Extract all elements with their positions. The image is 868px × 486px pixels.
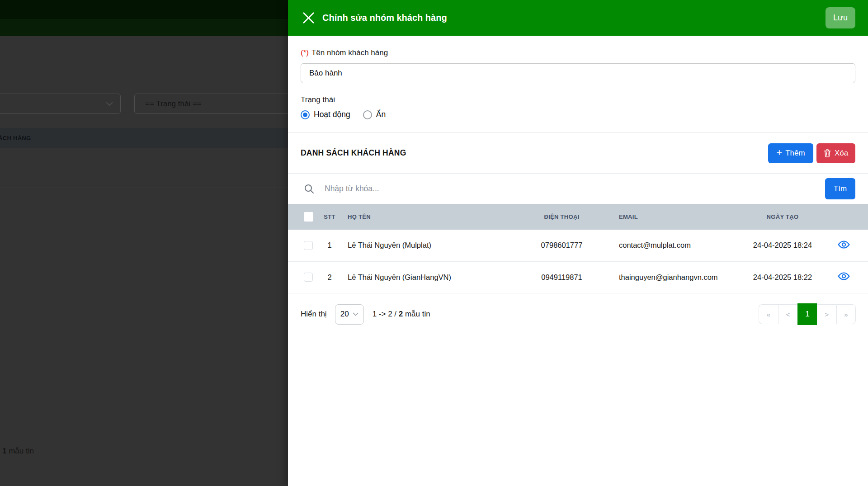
delete-customer-label: Xóa xyxy=(835,149,848,158)
close-button[interactable] xyxy=(301,10,316,26)
last-page-button[interactable]: » xyxy=(836,304,856,324)
column-email: EMAIL xyxy=(608,204,746,230)
cell-email: thainguyen@gianhangvn.com xyxy=(608,261,746,293)
cell-name: Lê Thái Nguyên (GianHangVN) xyxy=(340,261,515,293)
add-customer-button[interactable]: + Thêm xyxy=(768,143,813,163)
record-summary: 1 -> 2 / 2 mẫu tin xyxy=(373,310,430,319)
column-phone: ĐIỆN THOẠI xyxy=(515,204,608,230)
group-name-input[interactable] xyxy=(301,63,855,83)
eye-icon xyxy=(838,271,850,281)
search-button[interactable]: Tìm xyxy=(825,178,855,199)
customer-list-title: DANH SÁCH KHÁCH HÀNG xyxy=(301,148,768,158)
column-stt: STT xyxy=(319,204,340,230)
cell-created: 24-04-2025 18:22 xyxy=(746,261,819,293)
required-mark: (*) xyxy=(301,48,309,57)
customer-table: STT HỌ TÊN ĐIỆN THOẠI EMAIL NGÀY TẠO 1 L… xyxy=(288,204,868,293)
radio-unchecked-icon[interactable] xyxy=(363,110,372,119)
radio-option-active-label: Hoạt động xyxy=(314,110,350,119)
close-icon xyxy=(302,12,315,24)
drawer-title: Chỉnh sửa nhóm khách hàng xyxy=(322,13,826,23)
edit-customer-group-drawer: Chỉnh sửa nhóm khách hàng Lưu (*)Tên nhó… xyxy=(288,0,868,486)
background-table-header-label: ÁCH HÀNG xyxy=(0,135,31,142)
next-page-button[interactable]: > xyxy=(817,304,836,324)
background-status-filter-label: == Trạng thái == xyxy=(145,99,202,109)
page-size-select[interactable]: 20 xyxy=(335,304,364,325)
cell-phone: 0798601777 xyxy=(515,230,608,261)
group-name-label-text: Tên nhóm khách hàng xyxy=(311,48,388,57)
drawer-header: Chỉnh sửa nhóm khách hàng Lưu xyxy=(288,0,868,36)
pagination-row: Hiển thị 20 1 -> 2 / 2 mẫu tin « < 1 > » xyxy=(288,304,868,325)
chevron-down-icon xyxy=(353,312,359,316)
background-filter-select xyxy=(0,94,121,114)
eye-icon xyxy=(838,240,850,250)
radio-option-hidden-label: Ẩn xyxy=(376,110,386,119)
record-summary-suffix: mẫu tin xyxy=(403,310,430,318)
cell-created: 24-04-2025 18:24 xyxy=(746,230,819,261)
background-record-count-label: mẫu tin xyxy=(6,447,33,455)
chevron-down-icon xyxy=(106,102,113,106)
record-summary-total: 2 xyxy=(399,310,403,318)
column-created: NGÀY TẠO xyxy=(746,204,819,230)
radio-checked-icon[interactable] xyxy=(301,110,310,119)
cell-stt: 2 xyxy=(319,261,340,293)
background-record-count: 1 mẫu tin xyxy=(2,447,34,456)
group-form: (*)Tên nhóm khách hàng Trạng thái Hoạt đ… xyxy=(288,36,868,119)
table-row: 2 Lê Thái Nguyên (GianHangVN) 0949119871… xyxy=(288,261,868,293)
record-summary-prefix: 1 -> 2 / xyxy=(373,310,399,318)
page-size-value: 20 xyxy=(340,310,349,319)
cell-stt: 1 xyxy=(319,230,340,261)
pagination-controls: « < 1 > » xyxy=(759,304,856,324)
screen: == Trạng thái == ÁCH HÀNG 1 mẫu tin Chỉn… xyxy=(0,0,868,486)
search-input[interactable] xyxy=(325,184,825,193)
cell-name: Lê Thái Nguyên (Mulplat) xyxy=(340,230,515,261)
row-checkbox[interactable] xyxy=(304,241,313,250)
view-customer-button[interactable] xyxy=(838,240,850,250)
view-customer-button[interactable] xyxy=(838,271,850,281)
row-checkbox[interactable] xyxy=(304,273,313,282)
prev-page-button[interactable]: < xyxy=(778,304,797,324)
add-customer-label: Thêm xyxy=(785,149,805,158)
customer-list-section-header: DANH SÁCH KHÁCH HÀNG + Thêm Xóa xyxy=(288,133,868,174)
customer-search-row: Tìm xyxy=(288,174,868,204)
page-1-button[interactable]: 1 xyxy=(797,303,817,325)
group-name-label: (*)Tên nhóm khách hàng xyxy=(301,48,855,57)
status-radio-group: Hoạt động Ẩn xyxy=(301,110,855,119)
customer-table-header-row: STT HỌ TÊN ĐIỆN THOẠI EMAIL NGÀY TẠO xyxy=(288,204,868,230)
radio-option-active[interactable]: Hoạt động xyxy=(301,110,350,119)
plus-icon: + xyxy=(776,148,782,158)
delete-customer-button[interactable]: Xóa xyxy=(816,143,855,163)
first-page-button[interactable]: « xyxy=(759,304,778,324)
cell-email: contact@mulplat.com xyxy=(608,230,746,261)
status-label: Trạng thái xyxy=(301,95,855,104)
select-all-checkbox[interactable] xyxy=(304,212,313,222)
cell-phone: 0949119871 xyxy=(515,261,608,293)
save-button[interactable]: Lưu xyxy=(826,7,855,28)
table-row: 1 Lê Thái Nguyên (Mulplat) 0798601777 co… xyxy=(288,230,868,261)
trash-icon xyxy=(824,149,831,157)
search-icon xyxy=(304,184,315,194)
page-size-label: Hiển thị xyxy=(301,310,327,319)
column-name: HỌ TÊN xyxy=(340,204,515,230)
radio-option-hidden[interactable]: Ẩn xyxy=(363,110,386,119)
